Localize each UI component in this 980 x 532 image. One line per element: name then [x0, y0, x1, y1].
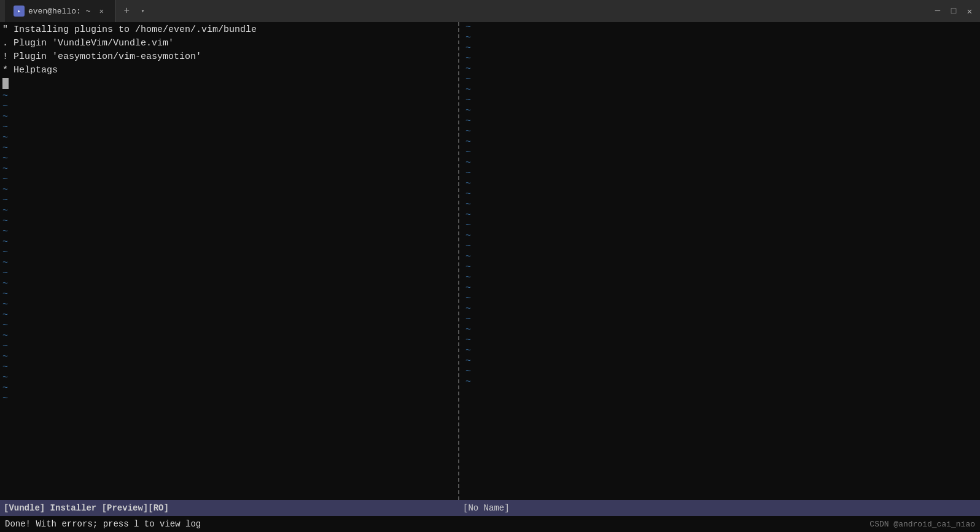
vim-editor-left[interactable]: " Installing plugins to /home/even/.vim/…	[0, 22, 458, 405]
r-tilde-25: ~	[463, 272, 980, 283]
tilde-18: ~	[0, 268, 458, 279]
add-tab-button[interactable]: +	[118, 2, 135, 20]
title-bar: ▸ even@hello: ~ ✕ + ▾ ─ □ ✕	[0, 0, 980, 22]
tilde-28: ~	[0, 372, 458, 383]
r-tilde-11: ~	[463, 126, 980, 137]
cursor-block	[2, 78, 9, 89]
tab-dropdown-button[interactable]: ▾	[135, 4, 150, 18]
title-bar-left: ▸ even@hello: ~ ✕ + ▾	[5, 0, 150, 22]
r-tilde-6: ~	[463, 74, 980, 85]
tilde-7: ~	[0, 153, 458, 164]
right-pane: ~ ~ ~ ~ ~ ~ ~ ~ ~ ~ ~ ~ ~ ~ ~ ~ ~ ~ ~ ~ …	[459, 22, 980, 500]
r-tilde-30: ~	[463, 325, 980, 335]
tilde-29: ~	[0, 383, 458, 393]
r-tilde-35: ~	[463, 377, 980, 387]
tab-label: even@hello: ~	[28, 7, 90, 16]
vim-line-3-content: ! Plugin 'easymotion/vim-easymotion'	[0, 50, 201, 64]
vim-line-2: . Plugin 'VundleVim/Vundle.vim'	[0, 37, 458, 50]
r-tilde-7: ~	[463, 85, 980, 95]
command-line: Done! With errors; press l to view log C…	[0, 516, 980, 532]
vim-line-1: " Installing plugins to /home/even/.vim/…	[0, 23, 458, 37]
r-tilde-21: ~	[463, 231, 980, 241]
r-tilde-13: ~	[463, 147, 980, 158]
r-tilde-20: ~	[463, 220, 980, 231]
r-tilde-17: ~	[463, 189, 980, 199]
r-tilde-27: ~	[463, 293, 980, 304]
tilde-27: ~	[0, 362, 458, 372]
r-tilde-9: ~	[463, 106, 980, 116]
command-text: Done! With errors; press l to view log	[5, 519, 201, 529]
tilde-23: ~	[0, 320, 458, 331]
r-tilde-28: ~	[463, 304, 980, 314]
tilde-26: ~	[0, 352, 458, 362]
r-tilde-24: ~	[463, 262, 980, 272]
r-tilde-4: ~	[463, 53, 980, 64]
r-tilde-8: ~	[463, 95, 980, 106]
vim-line-4: * Helptags	[0, 64, 458, 77]
tab-close-button[interactable]: ✕	[96, 6, 106, 16]
r-tilde-1: ~	[463, 22, 980, 33]
vim-line-4-content: * Helptags	[0, 64, 58, 77]
tilde-19: ~	[0, 279, 458, 289]
vim-line-3: ! Plugin 'easymotion/vim-easymotion'	[0, 50, 458, 64]
r-tilde-32: ~	[463, 345, 980, 356]
r-tilde-12: ~	[463, 137, 980, 147]
r-tilde-18: ~	[463, 199, 980, 210]
close-button[interactable]: ✕	[964, 6, 975, 17]
tilde-14: ~	[0, 226, 458, 237]
r-tilde-26: ~	[463, 283, 980, 293]
r-tilde-16: ~	[463, 179, 980, 189]
r-tilde-23: ~	[463, 252, 980, 262]
vim-line-1-content: " Installing plugins to /home/even/.vim/…	[0, 23, 257, 37]
minimize-button[interactable]: ─	[932, 6, 943, 17]
status-bar: [Vundle] Installer [Preview][RO] [No Nam…	[0, 500, 980, 516]
r-tilde-5: ~	[463, 64, 980, 74]
r-tilde-3: ~	[463, 43, 980, 53]
r-tilde-34: ~	[463, 366, 980, 377]
tilde-20: ~	[0, 289, 458, 299]
r-tilde-29: ~	[463, 314, 980, 325]
terminal-tab[interactable]: ▸ even@hello: ~ ✕	[5, 0, 115, 22]
r-tilde-10: ~	[463, 116, 980, 126]
tilde-8: ~	[0, 164, 458, 174]
main-content: " Installing plugins to /home/even/.vim/…	[0, 22, 980, 500]
r-tilde-22: ~	[463, 241, 980, 252]
tilde-30: ~	[0, 393, 458, 404]
tilde-10: ~	[0, 185, 458, 195]
watermark: CSDN @android_cai_niao	[869, 520, 975, 529]
tilde-2: ~	[0, 101, 458, 112]
right-status-bar: [No Name]	[459, 500, 980, 516]
tab-icon: ▸	[14, 6, 25, 17]
left-status-bar: [Vundle] Installer [Preview][RO]	[0, 500, 459, 516]
left-pane: " Installing plugins to /home/even/.vim/…	[0, 22, 459, 500]
maximize-button[interactable]: □	[948, 6, 959, 17]
tilde-4: ~	[0, 122, 458, 133]
tilde-25: ~	[0, 341, 458, 352]
r-tilde-19: ~	[463, 210, 980, 220]
tilde-5: ~	[0, 133, 458, 143]
tilde-15: ~	[0, 237, 458, 247]
tilde-17: ~	[0, 258, 458, 268]
vim-line-5-cursor	[0, 77, 458, 91]
right-tildes: ~ ~ ~ ~ ~ ~ ~ ~ ~ ~ ~ ~ ~ ~ ~ ~ ~ ~ ~ ~ …	[459, 22, 980, 387]
tilde-6: ~	[0, 143, 458, 153]
tilde-3: ~	[0, 112, 458, 122]
tilde-9: ~	[0, 174, 458, 185]
r-tilde-15: ~	[463, 168, 980, 179]
right-status-text: [No Name]	[463, 503, 510, 513]
r-tilde-33: ~	[463, 356, 980, 366]
r-tilde-31: ~	[463, 335, 980, 345]
left-pane-content: " Installing plugins to /home/even/.vim/…	[0, 22, 458, 500]
tilde-1: ~	[0, 91, 458, 101]
window-controls: ─ □ ✕	[932, 6, 975, 17]
vim-cursor	[0, 77, 9, 91]
tilde-16: ~	[0, 247, 458, 258]
r-tilde-14: ~	[463, 158, 980, 168]
tilde-11: ~	[0, 195, 458, 206]
vim-line-2-content: . Plugin 'VundleVim/Vundle.vim'	[0, 37, 174, 50]
tilde-13: ~	[0, 216, 458, 226]
tilde-24: ~	[0, 331, 458, 341]
tab-icon-glyph: ▸	[17, 7, 21, 15]
tilde-21: ~	[0, 299, 458, 310]
left-status-text: [Vundle] Installer [Preview][RO]	[4, 503, 169, 513]
